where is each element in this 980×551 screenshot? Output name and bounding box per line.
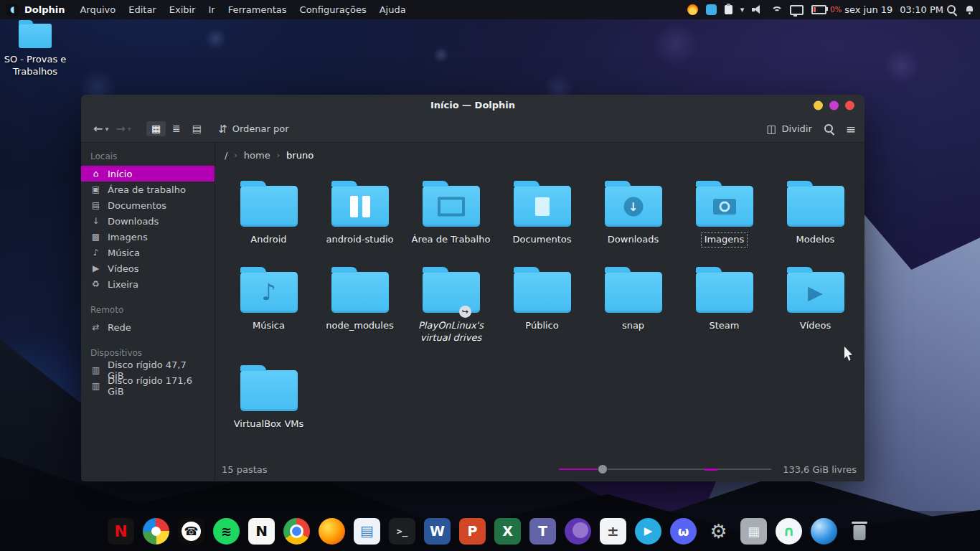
folder-icon	[331, 272, 389, 313]
wifi-icon[interactable]	[771, 6, 782, 14]
dock-firefox-icon[interactable]	[319, 518, 345, 545]
breadcrumb-root[interactable]: /	[225, 150, 227, 161]
volume-icon[interactable]	[752, 5, 763, 14]
firefox-tray-icon[interactable]	[687, 4, 698, 15]
dock-chrome-icon[interactable]	[283, 518, 310, 545]
clock[interactable]: sex jun 1903:10 PM	[844, 4, 943, 15]
sidebar-item-musica[interactable]: ♪Música	[81, 245, 215, 260]
folder-icon	[514, 186, 571, 227]
folder-label: android-studio	[324, 233, 397, 247]
dock-blue-sphere-icon[interactable]	[811, 518, 837, 545]
dock-settings-gear-icon[interactable]: ⚙	[705, 518, 732, 545]
folder-virtualbox-vms[interactable]: VirtualBox VMs	[223, 364, 314, 431]
folder-modelos[interactable]: Modelos	[770, 179, 861, 247]
menu-arquivo[interactable]: Arquivo	[73, 0, 122, 19]
dock-notion-icon[interactable]: N	[248, 518, 275, 545]
sidebar-item-imagens[interactable]: ▩Imagens	[81, 229, 215, 245]
dock-excel-icon[interactable]: X	[494, 518, 521, 545]
dock-whatsapp-icon[interactable]: ☎	[178, 518, 204, 545]
dock-terminal-icon[interactable]: >_	[389, 518, 415, 545]
toolbar: ←▾ →▾ ▦ ≣ ▤ ⇵ Ordenar por ◫ Dividir ≡	[81, 116, 864, 143]
folder-icon: ♪	[240, 272, 298, 313]
dock-teams-icon[interactable]: T	[529, 518, 556, 545]
sort-button[interactable]: ⇵ Ordenar por	[218, 123, 288, 136]
zoom-slider[interactable]	[559, 464, 771, 474]
dolphin-app-icon[interactable]: ◖	[6, 4, 19, 16]
folder-downloads[interactable]: ↓Downloads	[588, 179, 679, 247]
back-arrow-icon: ←	[93, 123, 103, 135]
main-column: /›home›bruno Androidandroid-studioÁrea d…	[215, 143, 864, 481]
folder-steam[interactable]: Steam	[679, 265, 770, 345]
menu-ferramentas[interactable]: Ferramentas	[222, 0, 293, 19]
folder-android[interactable]: Android	[223, 179, 314, 247]
dock-media-player-icon[interactable]: ▶	[635, 518, 661, 545]
icons-view-button[interactable]: ▦	[146, 121, 166, 136]
folder-node-modules[interactable]: node_modules	[314, 265, 405, 345]
forward-history-caret-icon[interactable]: ▾	[128, 125, 131, 133]
dock-calculator-icon[interactable]: ±	[600, 518, 626, 545]
breadcrumb-bruno[interactable]: bruno	[286, 150, 314, 161]
sidebar-item-lixeira[interactable]: ♻Lixeira	[81, 276, 215, 292]
sidebar: Locais⌂Início▣Área de trabalho▤Documento…	[81, 143, 215, 481]
dock-powerpoint-icon[interactable]: P	[459, 518, 486, 545]
details-view-button[interactable]: ▤	[187, 121, 207, 136]
folder-playonlinux-s-virtual-drives[interactable]: ↪PlayOnLinux's virtual drives	[405, 265, 496, 345]
forward-button[interactable]: →▾	[112, 121, 134, 137]
dock-discord-icon[interactable]: ω	[670, 518, 697, 545]
battery-icon[interactable]	[811, 5, 826, 14]
sidebar-item-disco-rigido-171-6-gib[interactable]: ▥Disco rígido 171,6 GiB	[81, 378, 215, 394]
sidebar-item-videos[interactable]: ▶Vídeos	[81, 260, 215, 276]
file-grid: Androidandroid-studioÁrea de TrabalhoDoc…	[223, 179, 864, 431]
sidebar-item-area-de-trabalho[interactable]: ▣Área de trabalho	[81, 182, 215, 197]
dock-spotify-icon[interactable]: ≋	[213, 518, 240, 545]
clipboard-tray-icon[interactable]	[725, 5, 732, 14]
folder-videos[interactable]: ▶Vídeos	[770, 265, 861, 345]
menu-configuracoes[interactable]: Configurações	[293, 0, 373, 19]
dock-grey-app-icon[interactable]: ▦	[740, 518, 767, 545]
zoom-slider-handle[interactable]	[598, 464, 608, 474]
folder-android-studio[interactable]: android-studio	[314, 179, 405, 247]
minimize-button[interactable]	[814, 100, 823, 110]
folder-snap[interactable]: snap	[588, 265, 679, 345]
sidebar-item-documentos[interactable]: ▤Documentos	[81, 197, 215, 213]
menu-ir[interactable]: Ir	[202, 0, 221, 19]
app-tray-icon[interactable]	[706, 4, 717, 15]
back-button[interactable]: ←▾	[90, 121, 112, 137]
maximize-button[interactable]	[829, 100, 839, 110]
folder-musica[interactable]: ♪Música	[223, 265, 314, 345]
toolbar-right: ◫ Dividir ≡	[766, 122, 856, 136]
folder-area-de-trabalho[interactable]: Área de Trabalho	[405, 179, 496, 247]
search-button[interactable]	[824, 123, 834, 134]
dock-word-icon[interactable]: W	[424, 518, 451, 545]
titlebar[interactable]: Início — Dolphin	[81, 95, 864, 116]
downloads-icon: ↓	[90, 216, 101, 226]
sidebar-item-inicio[interactable]: ⌂Início	[81, 166, 215, 182]
folder-publico[interactable]: Público	[496, 265, 588, 345]
dock-files-icon[interactable]: ▤	[354, 518, 380, 545]
desktop-folder-shortcut[interactable]: SO - Provas e Trabalhos	[4, 24, 67, 78]
chevron-down-icon[interactable]: ▾	[740, 5, 745, 14]
hamburger-menu-button[interactable]: ≡	[846, 122, 856, 136]
dock-photos-pinwheel-icon[interactable]	[143, 518, 169, 545]
breadcrumb-home[interactable]: home	[244, 150, 270, 161]
notifications-bell-icon[interactable]	[965, 5, 974, 15]
close-button[interactable]	[845, 100, 854, 110]
dock-android-icon[interactable]: ∩	[776, 518, 802, 545]
display-icon[interactable]	[790, 5, 804, 15]
dock-purple-moon-icon[interactable]	[565, 518, 591, 545]
folder-documentos[interactable]: Documentos	[496, 179, 588, 247]
dock-netflix-icon[interactable]: N	[108, 518, 134, 545]
sidebar-item-downloads[interactable]: ↓Downloads	[81, 213, 215, 229]
file-view[interactable]: Androidandroid-studioÁrea de TrabalhoDoc…	[215, 167, 864, 457]
dock-trash-icon[interactable]	[846, 518, 872, 545]
search-icon[interactable]	[946, 4, 957, 15]
back-history-caret-icon[interactable]: ▾	[105, 125, 108, 133]
network-icon: ⇄	[90, 322, 101, 332]
compact-view-button[interactable]: ≣	[167, 121, 186, 136]
split-button[interactable]: ◫ Dividir	[766, 123, 811, 136]
menu-exibir[interactable]: Exibir	[163, 0, 202, 19]
sidebar-item-rede[interactable]: ⇄Rede	[81, 319, 215, 335]
folder-imagens[interactable]: Imagens	[679, 179, 770, 247]
menu-ajuda[interactable]: Ajuda	[373, 0, 413, 19]
menu-editar[interactable]: Editar	[122, 0, 163, 19]
